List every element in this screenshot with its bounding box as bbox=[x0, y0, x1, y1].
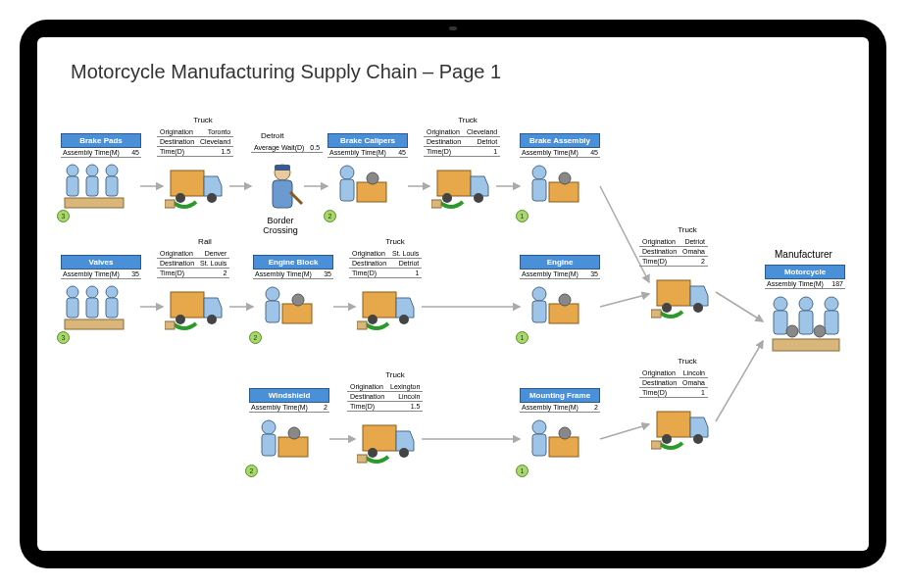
node-motorcycle: Motorcycle Assembly Time(M)187 bbox=[765, 265, 845, 289]
border-table: Average Wait(D)0.5 bbox=[251, 143, 323, 153]
transport-label: Truck bbox=[371, 370, 420, 379]
truck-icon bbox=[651, 272, 714, 325]
node-brake-pads: Brake Pads Assembly Time(M)45 bbox=[61, 133, 141, 158]
assembly-icon bbox=[257, 284, 320, 337]
workers-icon bbox=[61, 163, 135, 216]
assembly-icon bbox=[253, 417, 316, 470]
truck-t4-table: OriginationSt. Louis DestinationDetriot … bbox=[349, 249, 422, 278]
workers-icon bbox=[61, 284, 135, 337]
assembly-icon bbox=[524, 163, 586, 216]
badge: 3 bbox=[57, 331, 70, 344]
truck-icon bbox=[651, 404, 714, 457]
svg-line-12 bbox=[600, 294, 649, 307]
truck-t6-table: OriginationDetriot DestinationOmaha Time… bbox=[639, 237, 708, 267]
truck-t5-table: OriginationLexington DestinationLincoln … bbox=[347, 382, 423, 412]
node-windshield: Windshield Assembly Time(M)2 bbox=[249, 388, 329, 413]
truck-t2-table: OriginationCleveland DestinationDetriot … bbox=[424, 127, 500, 157]
svg-line-14 bbox=[716, 292, 763, 321]
badge: 2 bbox=[324, 210, 336, 222]
rail-t3-table: OriginationDenver DestinationSt. Louis T… bbox=[157, 249, 229, 278]
svg-line-11 bbox=[600, 186, 649, 282]
badge: 2 bbox=[245, 465, 258, 477]
truck-icon bbox=[357, 284, 420, 337]
truck-icon bbox=[165, 163, 227, 216]
transport-label: Truck bbox=[178, 116, 227, 124]
node-mounting-frame: Mounting Frame Assembly Time(M)2 bbox=[520, 388, 600, 413]
transport-label: Truck bbox=[663, 225, 712, 234]
svg-line-13 bbox=[600, 424, 649, 439]
diagram-canvas: Brake Pads Assembly Time(M)45 3 Truck Or… bbox=[37, 37, 869, 551]
badge: 1 bbox=[516, 331, 528, 344]
truck-icon bbox=[165, 284, 227, 337]
truck-icon bbox=[357, 417, 420, 470]
assembly-icon bbox=[524, 284, 586, 337]
officer-icon bbox=[261, 163, 304, 221]
transport-label: Rail bbox=[180, 237, 229, 246]
truck-t7-table: OriginationLincoln DestinationOmaha Time… bbox=[639, 368, 708, 398]
node-header: Brake Pads bbox=[61, 133, 141, 148]
assembly-icon bbox=[331, 163, 394, 216]
node-engine: Engine Assembly Time(M)35 bbox=[520, 255, 600, 279]
node-valves: Valves Assembly Time(M)35 bbox=[61, 255, 141, 279]
factory-workers-icon bbox=[767, 294, 845, 361]
truck-icon bbox=[431, 163, 494, 216]
transport-label: Truck bbox=[371, 237, 420, 246]
truck-t1-table: OriginationToronto DestinationCleveland … bbox=[157, 127, 233, 157]
transport-label: Truck bbox=[443, 116, 492, 124]
border-crossing-label: BorderCrossing bbox=[251, 216, 310, 235]
node-brake-assembly: Brake Assembly Assembly Time(M)45 bbox=[520, 133, 600, 158]
assembly-icon bbox=[524, 417, 586, 470]
node-engine-block: Engine Block Assembly Time(M)35 bbox=[253, 255, 333, 279]
badge: 2 bbox=[249, 331, 262, 344]
manufacturer-label: Manufacturer bbox=[775, 249, 832, 260]
transport-label: Truck bbox=[663, 357, 712, 366]
badge: 3 bbox=[57, 210, 70, 222]
node-brake-calipers: Brake Calipers Assembly Time(M)45 bbox=[327, 133, 408, 158]
svg-line-15 bbox=[716, 341, 763, 421]
badge: 1 bbox=[516, 210, 528, 222]
connector-lines bbox=[37, 37, 869, 551]
border-city: Detroit bbox=[261, 131, 284, 140]
badge: 1 bbox=[516, 465, 528, 477]
